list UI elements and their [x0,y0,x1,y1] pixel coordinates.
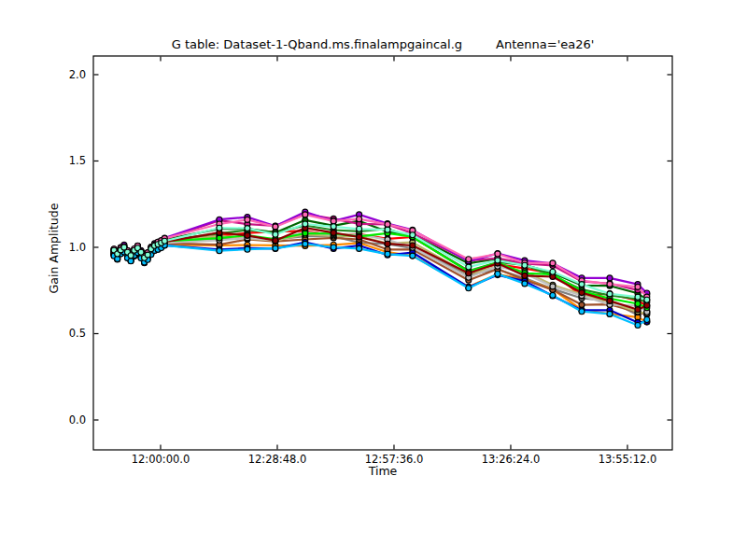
gain-marker-series-12 [410,243,416,248]
gain-marker-series-14 [635,323,641,329]
y-axis-label: Gain Amplitude [47,203,61,294]
gain-marker-series-16 [644,297,650,302]
gain-marker-series-14 [273,245,278,251]
gain-marker-series-16 [145,252,150,258]
y-tick-label: 2.0 [69,68,86,81]
gain-marker-series-14 [579,309,585,315]
gain-marker-series-16 [635,294,641,300]
y-tick-label: 1.5 [69,154,86,167]
y-tick-label: 0.0 [69,413,86,427]
gain-marker-series-16 [579,282,585,287]
gain-marker-series-12 [466,271,472,276]
gain-marker-series-16 [357,226,362,231]
gain-marker-series-15 [466,257,472,262]
gain-marker-series-12 [522,273,528,278]
gain-marker-series-11 [635,301,641,307]
gain-marker-series-11 [303,231,308,236]
gain-marker-series-14 [245,246,250,252]
gain-marker-series-16 [128,253,134,259]
gain-marker-series-16 [385,227,390,232]
gain-marker-series-15 [635,284,641,289]
gain-marker-series-16 [245,226,250,231]
gain-marker-series-15 [495,251,500,257]
gain-marker-series-14 [522,281,528,287]
gain-marker-series-12 [579,290,585,296]
plot-title: G table: Dataset-1-Qband.ms.finalampgain… [93,37,672,51]
y-tick-label: 0.5 [69,327,86,340]
gain-marker-series-16 [495,258,500,263]
gain-marker-series-15 [357,217,362,222]
gain-marker-series-15 [331,218,336,224]
gain-marker-series-14 [410,253,416,259]
y-tick-label: 1.0 [69,241,86,254]
gain-marker-series-14 [128,259,134,264]
gain-marker-series-14 [607,311,613,316]
gain-marker-series-12 [607,298,613,303]
gain-marker-series-16 [273,231,278,237]
gain-marker-series-12 [635,307,641,313]
x-axis-label: Time [93,464,672,478]
gain-marker-series-12 [245,232,250,238]
gain-marker-series-14 [217,248,222,254]
gain-marker-series-14 [466,286,472,291]
plot-title-antenna: Antenna='ea26' [496,37,594,51]
gain-line-series-06 [114,220,647,300]
gain-marker-series-15 [607,281,613,287]
gain-marker-series-16 [522,262,528,268]
gain-marker-series-14 [303,241,308,246]
gain-marker-series-16 [162,238,167,244]
gain-marker-series-16 [138,249,144,255]
gain-marker-series-14 [550,292,556,298]
gain-marker-series-15 [303,212,308,217]
gain-marker-series-16 [607,291,613,297]
gain-marker-series-03 [579,302,585,308]
gain-marker-series-16 [550,269,556,274]
plot-title-table: G table: Dataset-1-Qband.ms.finalampgain… [172,37,462,51]
gain-marker-series-16 [410,232,416,238]
gain-marker-series-11 [217,235,222,241]
gain-marker-series-16 [217,225,222,231]
gain-marker-series-14 [331,245,336,250]
gain-marker-series-15 [550,260,556,266]
gain-plot-figure: 12:00:00.012:28:48.012:57:36.013:26:24.0… [0,0,747,560]
gain-marker-series-14 [644,317,650,323]
gain-marker-series-09 [550,284,556,289]
gain-marker-series-16 [331,224,336,230]
gain-marker-series-15 [245,217,250,222]
gain-marker-series-12 [644,302,650,308]
gain-marker-series-14 [357,245,362,251]
gain-marker-series-15 [273,224,278,230]
gain-marker-series-16 [303,221,308,227]
gain-marker-series-15 [385,221,390,227]
gain-marker-series-16 [466,264,472,270]
gain-marker-series-12 [357,234,362,240]
gain-marker-series-12 [385,241,390,246]
gain-marker-series-12 [331,230,336,235]
gain-marker-series-14 [495,272,500,277]
gain-marker-series-13 [607,275,613,281]
gain-marker-series-12 [273,238,278,244]
gain-marker-series-14 [385,251,390,257]
